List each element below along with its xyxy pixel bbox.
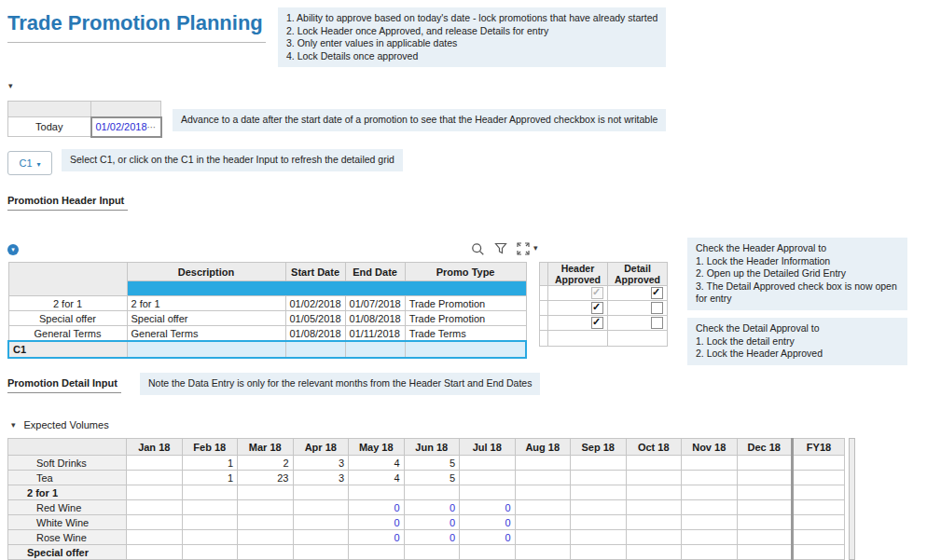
row-header[interactable]: Rose Wine (8, 530, 127, 545)
chevron-down-icon[interactable] (11, 421, 16, 430)
volume-cell[interactable] (626, 456, 682, 471)
volume-cell[interactable] (127, 500, 183, 515)
start-date-cell[interactable]: 01/08/2018 (285, 326, 345, 342)
chevron-down-icon[interactable] (8, 82, 13, 90)
column-header-mar-18[interactable]: Mar 18 (238, 439, 294, 456)
column-header-apr-18[interactable]: Apr 18 (293, 439, 349, 456)
start-date-cell[interactable]: 01/02/2018 (285, 296, 345, 311)
ellipsis-icon[interactable] (147, 122, 157, 132)
volume-cell[interactable] (793, 456, 845, 471)
volume-cell[interactable] (515, 515, 571, 530)
volume-cell[interactable]: 0 (349, 530, 405, 545)
today-date-value[interactable]: 01/02/2018 (96, 121, 147, 132)
volume-cell[interactable] (182, 530, 238, 545)
end-date-cell[interactable]: 01/08/2018 (345, 311, 405, 326)
description-cell[interactable]: 2 for 1 (127, 296, 285, 311)
volume-cell[interactable] (571, 456, 627, 471)
column-header-description[interactable]: Description (127, 263, 285, 281)
detail-approved-cell[interactable] (608, 316, 668, 331)
volume-cell[interactable] (793, 500, 845, 515)
volume-cell[interactable]: 23 (238, 471, 294, 485)
volume-cell[interactable] (515, 456, 571, 471)
row-header[interactable]: General Terms (8, 326, 127, 342)
volume-cell[interactable]: 5 (404, 471, 460, 485)
volume-cell[interactable] (571, 471, 627, 485)
column-header-jan-18[interactable]: Jan 18 (127, 439, 183, 456)
volume-cell[interactable] (793, 471, 845, 485)
volume-cell[interactable]: 2 (238, 456, 294, 471)
volume-cell[interactable] (127, 530, 183, 545)
volume-cell[interactable]: 0 (404, 530, 460, 545)
volume-cell[interactable]: 0 (404, 515, 460, 530)
volume-cell[interactable] (238, 530, 294, 545)
column-header-detail-approved[interactable]: Detail Approved (608, 263, 668, 286)
column-header-end-date[interactable]: End Date (345, 263, 405, 281)
detail-approved-checkbox[interactable] (651, 287, 663, 299)
volume-cell[interactable]: 0 (460, 530, 516, 545)
detail-approved-checkbox[interactable] (651, 317, 663, 329)
end-date-cell[interactable] (345, 341, 405, 358)
c1-dropdown[interactable]: C1 (7, 151, 52, 175)
volume-cell[interactable]: 4 (349, 471, 405, 485)
header-approved-cell[interactable] (548, 316, 608, 331)
column-header-nov-18[interactable]: Nov 18 (682, 439, 738, 456)
description-cell[interactable]: General Terms (127, 326, 285, 342)
row-header[interactable]: White Wine (8, 515, 127, 530)
volume-cell[interactable]: 3 (293, 471, 349, 485)
volume-cell[interactable] (238, 500, 294, 515)
column-header-promo-type[interactable]: Promo Type (405, 263, 526, 281)
row-header[interactable]: C1 (8, 341, 127, 358)
volume-cell[interactable] (127, 471, 183, 485)
detail-approved-cell[interactable] (608, 301, 668, 316)
description-cell[interactable] (127, 341, 285, 358)
volume-cell[interactable] (737, 471, 793, 485)
volume-cell[interactable] (293, 500, 349, 515)
volume-cell[interactable] (682, 515, 738, 530)
volume-cell[interactable] (293, 530, 349, 545)
volume-cell[interactable]: 0 (349, 500, 405, 515)
row-header[interactable]: 2 for 1 (8, 485, 127, 500)
column-header-start-date[interactable]: Start Date (285, 263, 345, 281)
chevron-down-icon[interactable] (533, 244, 538, 253)
column-header-aug-18[interactable]: Aug 18 (515, 439, 571, 456)
column-header-sep-18[interactable]: Sep 18 (571, 439, 627, 456)
volume-cell[interactable] (460, 471, 516, 485)
volume-cell[interactable] (737, 530, 793, 545)
end-date-cell[interactable]: 01/11/2018 (345, 326, 405, 342)
detail-approved-cell[interactable] (608, 286, 668, 301)
volume-cell[interactable] (682, 456, 738, 471)
expand-arrows-icon[interactable] (517, 242, 530, 257)
column-header-jun-18[interactable]: Jun 18 (404, 439, 460, 456)
volume-cell[interactable] (238, 515, 294, 530)
volume-cell[interactable] (571, 515, 627, 530)
detail-approved-checkbox[interactable] (651, 302, 663, 314)
volume-cell[interactable]: 1 (182, 456, 238, 471)
volume-cell[interactable]: 0 (349, 515, 405, 530)
row-header[interactable]: 2 for 1 (8, 296, 127, 311)
volume-cell[interactable] (682, 500, 738, 515)
volume-cell[interactable] (182, 500, 238, 515)
row-header[interactable]: Special offer (8, 545, 127, 560)
volume-cell[interactable] (626, 530, 682, 545)
volume-cell[interactable] (626, 500, 682, 515)
row-header[interactable]: Special offer (8, 311, 127, 326)
row-header[interactable]: Red Wine (8, 500, 127, 515)
today-date-cell[interactable]: 01/02/2018 (91, 117, 161, 137)
volume-cell[interactable]: 5 (404, 456, 460, 471)
volume-cell[interactable]: 0 (404, 500, 460, 515)
promo-type-cell[interactable]: Trade Promotion (405, 311, 526, 326)
row-header[interactable]: Tea (8, 471, 127, 485)
volume-cell[interactable] (571, 500, 627, 515)
column-header-may-18[interactable]: May 18 (349, 439, 405, 456)
header-approved-checkbox[interactable] (591, 302, 603, 314)
volume-cell[interactable]: 0 (460, 500, 516, 515)
volume-cell[interactable] (515, 500, 571, 515)
volume-cell[interactable] (626, 471, 682, 485)
volume-cell[interactable] (793, 515, 845, 530)
volume-cell[interactable] (793, 530, 845, 545)
volume-cell[interactable] (293, 515, 349, 530)
promo-type-cell[interactable] (405, 341, 526, 358)
volume-cell[interactable] (571, 530, 627, 545)
volume-cell[interactable] (737, 515, 793, 530)
volume-cell[interactable]: 3 (293, 456, 349, 471)
